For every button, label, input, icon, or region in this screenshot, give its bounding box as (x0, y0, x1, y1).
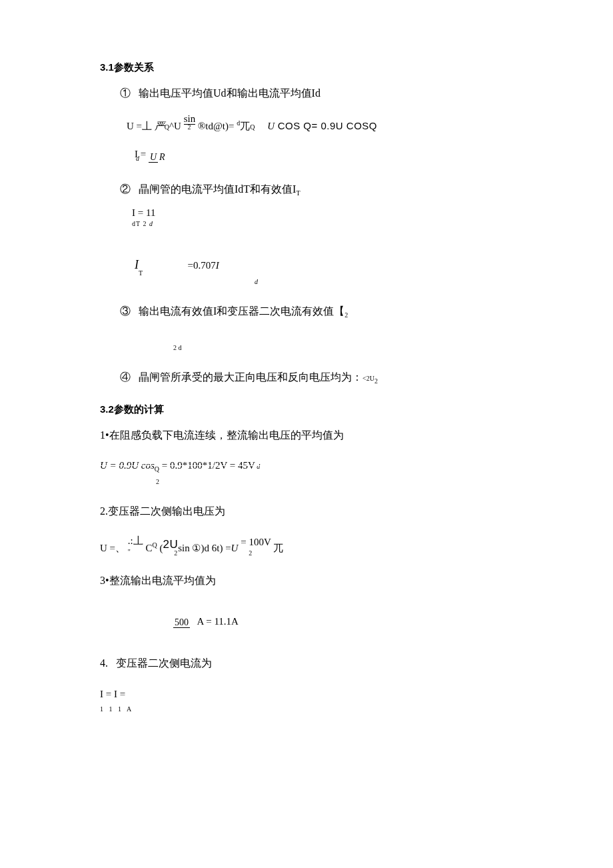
f1-q: Q (165, 123, 169, 131)
item-4-text: 晶闸管所承受的最大正向电压和反向电压均为： (139, 371, 362, 383)
c2f-lhs: U =、 (100, 543, 125, 553)
calc-2-text: 变压器二次侧输出电压为 (108, 505, 225, 517)
calc-3-heading: 3•整流输出电流平均值为 (100, 573, 520, 588)
c2f-100: = 100V (241, 537, 271, 547)
c1f-q: Q (155, 465, 159, 473)
item-2-formula-2: IT =0.707I d (135, 257, 520, 288)
calc-2-num: 2. (100, 505, 108, 517)
section-3-1-title: 3.1参数关系 (100, 60, 520, 74)
c2f-2U: 2U (163, 538, 178, 551)
item-2-sub: T (296, 190, 300, 197)
c2f-100-sub: 2 (249, 549, 253, 557)
calc-4-heading: 4. 变压器二次侧电流为 (100, 656, 520, 671)
f1-cos-txt: COS (275, 120, 303, 131)
c2f-Q: Q (152, 541, 157, 549)
f21-stack: I = 11 dT 2 d (132, 208, 155, 228)
c1f-sub: 2 (156, 478, 159, 485)
c2f-C: C (145, 543, 152, 553)
calc-1-num: 1• (100, 429, 109, 441)
f1-perp: 丄 (142, 120, 152, 131)
c2f-stack: .:丄 " (128, 535, 143, 556)
c2f-2U-sub: 2 (163, 550, 178, 557)
calc-3-text: 整流输出电流平均值为 (109, 575, 216, 586)
f21-2: 2 (143, 220, 147, 227)
c2f-d6t: )d 6t) = (201, 543, 231, 553)
f22-T: T (139, 269, 143, 277)
f1-lhs: U = (127, 121, 142, 131)
f2-stack: I = UR d (135, 149, 167, 172)
item-1-text: 输出电压平均值Ud和输出电流平均值Id (139, 87, 320, 99)
f1-sin-stack: sin2 (184, 114, 196, 131)
c1f-d: d (255, 463, 261, 470)
item-2-formula-1: I = 11 dT 2 d (132, 208, 520, 230)
c3f-top: 500 (173, 617, 190, 628)
c2f-dots: .: (128, 535, 133, 546)
item-1-formula-2: I = UR d (135, 149, 520, 174)
f2-R: R (158, 152, 167, 162)
item-1-bullet: ① (120, 87, 131, 99)
item-4-heading: ④ 晶闸管所承受的最大正向电压和反向电压均为：<2U2 (120, 370, 520, 386)
f1-caret: ^U (169, 121, 184, 131)
c2f-perp: 丄 (133, 535, 143, 546)
f1-mid: 严 (155, 121, 165, 131)
document-page: 3.1参数关系 ① 输出电压平均值Ud和输出电流平均值Id U =丄 严Q^U … (0, 0, 613, 868)
f22-I2: I (216, 260, 219, 271)
calc-2-heading: 2.变压器二次侧输出电压为 (100, 504, 520, 519)
f1-sin-sub: 2 (184, 124, 196, 131)
c2f-100-stack: = 100V2 (241, 537, 271, 557)
item-2-bullet: ② (120, 183, 131, 195)
item-4-tail-sub: 2 (374, 377, 378, 385)
f21-dT: dT (132, 220, 141, 227)
calc-1-heading: 1•在阻感负载下电流连续，整流输出电压的平均值为 (100, 428, 520, 443)
item-1-heading: ① 输出电压平均值Ud和输出电流平均值Id (120, 86, 520, 101)
item-3-formula: 2 d (173, 340, 520, 354)
c2f-quote: " (128, 548, 131, 555)
calc-3-num: 3• (100, 575, 109, 586)
item-3-text: 输出电流有效值I和变压器二次电流有效值【 (139, 305, 344, 317)
calc-1-formula: U = 0.9U cosQ = 0.9*100*1/2V = 45V d 2 (100, 459, 520, 488)
f3-sub: 2 d (173, 344, 182, 351)
item-2-text: 晶闸管的电流平均值IdT和有效值I (139, 183, 296, 195)
f22-d: d (255, 278, 258, 285)
c4f-line: I = I = (100, 689, 125, 699)
calc-2-formula: U =、 .:丄 " CQ (2U2sin ①)d 6t) =U = 100V2… (100, 535, 520, 557)
f1-cos-q2: Q (369, 120, 377, 131)
calc-4-text: 变压器二次侧电流为 (116, 657, 212, 669)
item-2-heading: ② 晶闸管的电流平均值IdT和有效值IT (120, 182, 520, 198)
item-1-formula-1: U =丄 严Q^U sin2 ®td@t)= d兀Q U COS Q= 0.9U… (127, 114, 520, 133)
c2f-pi: 兀 (273, 543, 283, 553)
f1-cos-eq: = 0.9U COS (312, 120, 369, 131)
c2f-Ueq: U (231, 543, 239, 553)
c2f-circ: ① (192, 543, 201, 553)
item-3-bullet: ③ (120, 305, 131, 317)
calc-3-formula: 500 A = 11.1A (173, 615, 520, 629)
f1-q2: Q (250, 123, 255, 131)
c3f-frac: 500 (173, 615, 195, 629)
f1-rtd: ®td@t)= (195, 121, 237, 131)
f1-cos-q: Q (303, 120, 311, 131)
f22-eq: =0.707 (188, 260, 216, 271)
f21-val: 1 (151, 207, 156, 218)
item-4-tail: <2U (362, 375, 374, 382)
section-3-2-title: 3.2参数的计算 (100, 402, 520, 416)
f1-cos-U: U (267, 121, 275, 131)
f2-U: U (149, 152, 158, 163)
f2-d: d (136, 155, 140, 162)
calc-4-formula: I = I = 1 1 1 A (100, 687, 520, 711)
f21-d: d (149, 220, 153, 227)
c2f-2U-stack: 2U2 (163, 539, 178, 557)
c3f-A: A = 11.1A (195, 616, 239, 627)
calc-1-text: 在阻感负载下电流连续，整流输出电压的平均值为 (109, 429, 344, 441)
item-3-heading: ③ 输出电流有效值I和变压器二次电流有效值【2 (120, 304, 520, 320)
c2f-sin: sin (178, 543, 190, 553)
item-3-sub: 2 (344, 311, 348, 319)
f1-pi: 兀 (240, 121, 250, 131)
f21-I: I = 1 (132, 207, 151, 218)
item-4-bullet: ④ (120, 371, 131, 383)
calc-4-num: 4. (100, 657, 108, 669)
c4f-sub: 1 1 1 A (100, 705, 133, 711)
